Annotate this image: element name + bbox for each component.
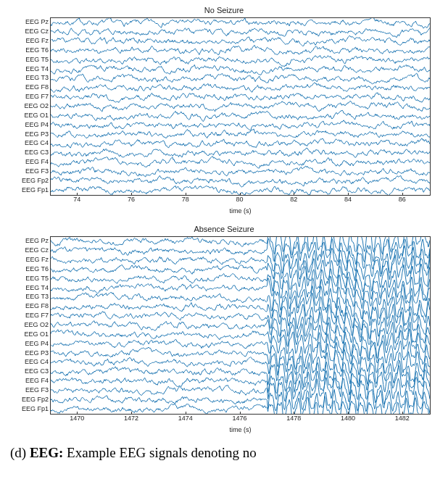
eeg-traces	[51, 18, 430, 195]
eeg-trace	[51, 110, 430, 122]
eeg-traces	[51, 237, 430, 414]
channel-label: EEG Fp2	[10, 396, 49, 402]
channel-label: EEG F3	[10, 167, 49, 174]
channel-label: EEG F7	[10, 312, 49, 319]
x-tick: 1480	[341, 415, 355, 422]
plot-area	[50, 17, 431, 196]
eeg-trace	[51, 18, 430, 28]
channel-label: EEG T6	[10, 265, 49, 272]
x-tick: 1472	[124, 415, 138, 422]
caption-index: (d)	[10, 445, 26, 460]
x-tick: 1476	[232, 415, 246, 422]
eeg-trace	[51, 45, 430, 54]
eeg-trace	[51, 55, 430, 67]
x-tick: 76	[128, 196, 135, 203]
plot-area	[50, 236, 431, 415]
x-tick: 1478	[286, 415, 301, 422]
channel-label: EEG C3	[10, 149, 49, 156]
figure-caption: (d) EEG: Example EEG signals denoting no	[10, 444, 438, 462]
eeg-trace	[51, 377, 430, 404]
channel-label: EEG F4	[10, 159, 49, 165]
channel-label: EEG P3	[10, 349, 49, 356]
eeg-trace	[51, 275, 430, 301]
channel-label: EEG F8	[10, 303, 49, 309]
channel-label: EEG T5	[10, 56, 49, 62]
channel-label: EEG T3	[10, 75, 49, 81]
channel-label: EEG P4	[10, 340, 49, 346]
channel-label: EEG O1	[10, 112, 49, 118]
channel-label: EEG O2	[10, 322, 49, 328]
x-tick: 1482	[395, 415, 410, 422]
eeg-trace	[51, 36, 430, 46]
channel-label: EEG T6	[10, 46, 49, 53]
eeg-trace	[51, 175, 430, 187]
channel-label: EEG C3	[10, 368, 49, 375]
figure-page: No Seizure time (s) 74767880828486 EEG P…	[0, 0, 448, 462]
channel-label: EEG T4	[10, 65, 49, 72]
channel-label: EEG C4	[10, 359, 49, 365]
x-axis-label: time (s)	[50, 426, 431, 433]
channel-label: EEG Fp2	[10, 177, 49, 183]
eeg-trace	[51, 64, 430, 75]
channel-label: EEG Fz	[10, 38, 49, 44]
eeg-trace	[51, 83, 430, 93]
caption-text: Example EEG signals denoting no	[67, 445, 257, 460]
channel-label: EEG Fp1	[10, 186, 49, 193]
x-tick: 78	[182, 196, 189, 203]
channel-label: EEG F3	[10, 386, 49, 393]
x-tick: 84	[344, 196, 352, 203]
channel-label: EEG O2	[10, 103, 49, 109]
eeg-trace	[51, 138, 430, 148]
eeg-trace	[51, 166, 430, 177]
channel-label: EEG O1	[10, 330, 49, 337]
channel-label: EEG Pz	[10, 19, 49, 25]
channel-label: EEG F8	[10, 84, 49, 91]
eeg-trace	[51, 238, 430, 265]
x-axis: time (s) 74767880828486	[50, 196, 431, 213]
x-tick: 1470	[70, 415, 84, 422]
x-axis: time (s) 1470147214741476147814801482	[50, 415, 431, 432]
channel-label: EEG P3	[10, 130, 49, 137]
eeg-chart-no-seizure: No Seizure time (s) 74767880828486 EEG P…	[10, 6, 438, 213]
channel-label: EEG Cz	[10, 28, 49, 35]
eeg-trace	[51, 28, 430, 38]
chart-title: No Seizure	[10, 6, 438, 14]
eeg-chart-absence-seizure: Absence Seizure time (s) 147014721474147…	[10, 225, 438, 432]
channel-label: EEG C4	[10, 140, 49, 146]
eeg-trace	[51, 157, 430, 168]
chart-title: Absence Seizure	[10, 225, 438, 233]
channel-label: EEG F7	[10, 93, 49, 100]
channel-label: EEG T5	[10, 275, 49, 281]
channel-label: EEG Pz	[10, 238, 49, 244]
x-tick: 1474	[178, 415, 193, 422]
x-tick: 86	[399, 196, 406, 203]
eeg-trace	[51, 129, 430, 138]
eeg-trace	[51, 93, 430, 103]
caption-bold: EEG:	[30, 445, 63, 460]
eeg-trace	[51, 101, 430, 112]
eeg-trace	[51, 301, 430, 330]
channel-label: EEG Fp1	[10, 405, 49, 412]
eeg-trace	[51, 186, 430, 195]
channel-label: EEG F4	[10, 378, 49, 384]
eeg-trace	[51, 148, 430, 157]
channel-label: EEG P4	[10, 121, 49, 128]
channel-label: EEG Fz	[10, 257, 49, 263]
channel-label: EEG T4	[10, 284, 49, 291]
x-tick: 74	[73, 196, 80, 203]
channel-label: EEG T3	[10, 294, 49, 300]
channel-label: EEG Cz	[10, 247, 49, 254]
eeg-trace	[51, 73, 430, 84]
eeg-trace	[51, 120, 430, 131]
x-axis-label: time (s)	[50, 207, 431, 215]
x-tick: 80	[236, 196, 243, 203]
x-tick: 82	[290, 196, 297, 203]
